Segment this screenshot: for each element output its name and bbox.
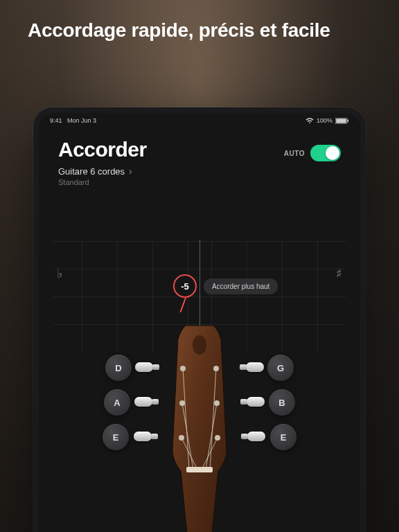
svg-rect-4 (186, 467, 213, 472)
svg-rect-1 (336, 118, 346, 123)
tuning-peg-icon (134, 432, 152, 441)
svg-point-13 (179, 435, 184, 441)
status-bar: 9:41 Mon Jun 3 100% (39, 113, 360, 127)
toggle-knob (326, 146, 339, 160)
string-button-e-low[interactable]: E (103, 424, 129, 450)
string-button-g[interactable]: G (267, 355, 294, 381)
ipad-frame: 9:41 Mon Jun 3 100% Accorder AUTO (33, 107, 366, 532)
pitch-indicator: -5 Accorder plus haut (173, 274, 278, 298)
string-button-e-high[interactable]: E (270, 424, 296, 450)
wifi-icon (305, 118, 314, 124)
status-time: 9:41 (50, 117, 62, 124)
instrument-selector[interactable]: Guitare 6 cordes › (39, 164, 360, 177)
svg-point-16 (215, 435, 220, 441)
app-screen: 9:41 Mon Jun 3 100% Accorder AUTO (39, 113, 360, 532)
svg-point-15 (214, 400, 220, 406)
tuning-name: Standard (39, 177, 360, 186)
cents-badge: -5 (173, 274, 197, 298)
tuning-peg-icon (135, 362, 153, 372)
sharp-icon: ♯ (336, 266, 342, 281)
guitar-headstock (148, 326, 251, 532)
string-button-d[interactable]: D (105, 355, 132, 381)
marketing-headline: Accordage rapide, précis et facile (28, 19, 385, 42)
svg-point-14 (213, 366, 219, 371)
svg-point-3 (193, 335, 206, 355)
tuner-area: ♭ ♯ -5 Accorder plus haut (39, 241, 360, 532)
svg-point-12 (179, 400, 185, 406)
status-date: Mon Jun 3 (67, 117, 96, 124)
battery-icon (335, 118, 349, 124)
svg-rect-2 (348, 119, 349, 122)
svg-point-11 (180, 366, 186, 371)
string-button-a[interactable]: A (104, 389, 130, 416)
tuning-peg-icon (134, 397, 152, 407)
tuning-peg-icon (247, 397, 265, 407)
string-button-b[interactable]: B (269, 389, 295, 416)
cents-value: -5 (181, 281, 189, 292)
auto-toggle[interactable] (310, 145, 341, 161)
tuning-hint: Accorder plus haut (204, 278, 278, 294)
tuning-peg-icon (247, 432, 265, 441)
flat-icon: ♭ (57, 266, 62, 281)
instrument-name: Guitare 6 cordes (58, 166, 125, 177)
status-battery-text: 100% (317, 117, 332, 124)
auto-label: AUTO (284, 150, 305, 157)
tuning-peg-icon (246, 362, 264, 372)
page-title: Accorder (58, 138, 147, 161)
chevron-right-icon: › (129, 166, 132, 177)
